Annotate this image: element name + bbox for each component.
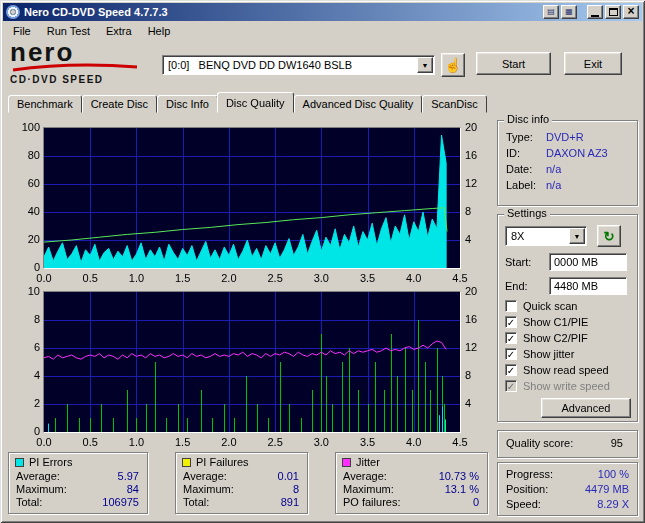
jitter-title: Jitter — [356, 456, 380, 468]
quality-score-value: 95 — [611, 437, 623, 449]
chevron-down-icon[interactable]: ▼ — [569, 228, 585, 244]
stat-label: Maximum: — [183, 483, 234, 495]
progress-label: Progress: — [506, 468, 553, 480]
tab-disc-quality[interactable]: Disc Quality — [217, 92, 294, 113]
axis-tick-label: 1.5 — [171, 436, 195, 448]
axis-tick-label: 0.0 — [32, 272, 56, 284]
axis-tick-label: 2.0 — [217, 272, 241, 284]
start-position-label: Start: — [505, 256, 531, 268]
axis-tick-label: 1.0 — [124, 272, 148, 284]
axis-tick-label: 0.5 — [78, 272, 102, 284]
refresh-button[interactable]: ↻ — [597, 225, 621, 247]
titlebar-extra-button-1[interactable]: ▤ — [543, 5, 559, 19]
checkbox-show-c2-pif[interactable]: ✓Show C2/PIF — [505, 331, 588, 345]
stat-label: Total: — [16, 496, 42, 508]
stat-value: 84 — [127, 483, 139, 495]
tab-advanced-disc-quality[interactable]: Advanced Disc Quality — [294, 95, 423, 113]
scan-speed-select[interactable]: 8X ▼ — [505, 226, 587, 246]
pif-jitter-plot — [43, 291, 461, 433]
quality-score-label: Quality score: — [506, 437, 573, 449]
stat-value: 0.01 — [278, 470, 299, 482]
axis-tick-label: 4 — [465, 397, 487, 409]
axis-tick-label: 100 — [10, 121, 40, 133]
minimize-icon — [591, 15, 599, 17]
menu-extra[interactable]: Extra — [98, 23, 140, 39]
end-position-field[interactable]: 4480 MB — [549, 277, 627, 295]
window-title: Nero CD-DVD Speed 4.7.7.3 — [24, 6, 541, 18]
progress-box: Progress:100 % Position:4479 MB Speed:8.… — [497, 462, 638, 516]
checkbox-box: ✓ — [505, 332, 517, 344]
drive-selector-value: [0:0] BENQ DVD DD DW1640 BSLB — [168, 59, 352, 71]
drive-selector[interactable]: [0:0] BENQ DVD DD DW1640 BSLB ▼ — [162, 55, 435, 75]
tab-strip: Benchmark Create Disc Disc Info Disc Qua… — [8, 92, 487, 113]
menu-help[interactable]: Help — [140, 23, 179, 39]
checkbox-label: Show write speed — [523, 380, 610, 392]
tab-create-disc[interactable]: Create Disc — [82, 95, 157, 113]
pif-jitter-chart — [44, 292, 460, 432]
tab-scandisc[interactable]: ScanDisc — [422, 95, 486, 113]
disc-date-value: n/a — [546, 163, 561, 175]
checkbox-show-write-speed[interactable]: ✓Show write speed — [505, 379, 610, 393]
checkbox-box — [505, 300, 517, 312]
stat-value: 106975 — [102, 496, 139, 508]
titlebar-extra-button-2[interactable]: ▦ — [561, 5, 577, 19]
chevron-down-icon[interactable]: ▼ — [417, 57, 433, 73]
axis-tick-label: 20 — [465, 121, 487, 133]
checkbox-label: Show jitter — [523, 348, 574, 360]
stat-value: 13.1 % — [445, 483, 479, 495]
axis-tick-label: 12 — [465, 177, 487, 189]
axis-tick-label: 0.0 — [32, 436, 56, 448]
pi-failures-panel: PI Failures Average:0.01 Maximum:8 Total… — [175, 452, 308, 514]
checkbox-box: ✓ — [505, 380, 517, 392]
stat-value: 891 — [281, 496, 299, 508]
axis-tick-label: 8 — [465, 205, 487, 217]
exit-button[interactable]: Exit — [564, 52, 622, 75]
axis-tick-label: 2 — [10, 397, 40, 409]
settings-title: Settings — [504, 207, 550, 219]
grid-icon: ▤ — [547, 8, 555, 16]
checkbox-quick-scan[interactable]: Quick scan — [505, 299, 577, 313]
axis-tick-label: 2.5 — [263, 272, 287, 284]
axis-tick-label: 6 — [10, 341, 40, 353]
checkbox-label: Quick scan — [523, 300, 577, 312]
speed-label: Speed: — [506, 498, 541, 510]
axis-tick-label: 8 — [10, 313, 40, 325]
checkbox-label: Show C1/PIE — [523, 316, 588, 328]
axis-tick-label: 0 — [10, 261, 40, 273]
stat-value: 10.73 % — [439, 470, 479, 482]
start-button[interactable]: Start — [476, 52, 551, 75]
pi-errors-panel: PI Errors Average:5.97 Maximum:84 Total:… — [8, 452, 148, 514]
disc-info-group: Disc info Type:DVD+R ID:DAXON AZ3 Date:n… — [497, 120, 638, 206]
start-position-field[interactable]: 0000 MB — [549, 253, 627, 271]
disc-id-label: ID: — [506, 147, 520, 159]
speed-value: 8.29 X — [597, 498, 629, 510]
panel-icon: ▦ — [565, 8, 573, 16]
minimize-button[interactable] — [587, 5, 603, 19]
pie-read-speed-plot — [43, 127, 461, 269]
advanced-button[interactable]: Advanced — [541, 398, 631, 418]
axis-tick-label: 4 — [465, 233, 487, 245]
titlebar[interactable]: Nero CD-DVD Speed 4.7.7.3 ▤ ▦ × — [3, 3, 642, 21]
axis-tick-label: 4.5 — [448, 272, 472, 284]
stat-label: Maximum: — [16, 483, 67, 495]
checkbox-label: Show read speed — [523, 364, 609, 376]
close-button[interactable]: × — [623, 5, 639, 19]
nero-logo: nero CD·DVD SPEED — [10, 41, 160, 89]
stat-value: 5.97 — [118, 470, 139, 482]
axis-tick-label: 0.5 — [78, 436, 102, 448]
close-icon: × — [627, 5, 634, 17]
disc-label-value: n/a — [546, 179, 561, 191]
jitter-panel: Jitter Average:10.73 % Maximum:13.1 % PO… — [335, 452, 488, 514]
stat-label: Average: — [183, 470, 227, 482]
axis-tick-label: 2.5 — [263, 436, 287, 448]
checkbox-show-read-speed[interactable]: ✓Show read speed — [505, 363, 609, 377]
checkbox-show-jitter[interactable]: ✓Show jitter — [505, 347, 574, 361]
disc-info-title: Disc info — [504, 113, 552, 125]
checkbox-show-c1-pie[interactable]: ✓Show C1/PIE — [505, 315, 588, 329]
drive-select-button[interactable]: ☝ — [441, 53, 465, 77]
progress-value: 100 % — [598, 468, 629, 480]
tab-disc-info[interactable]: Disc Info — [157, 95, 218, 113]
position-label: Position: — [506, 483, 548, 495]
tab-benchmark[interactable]: Benchmark — [8, 95, 82, 113]
maximize-button[interactable] — [605, 5, 621, 19]
